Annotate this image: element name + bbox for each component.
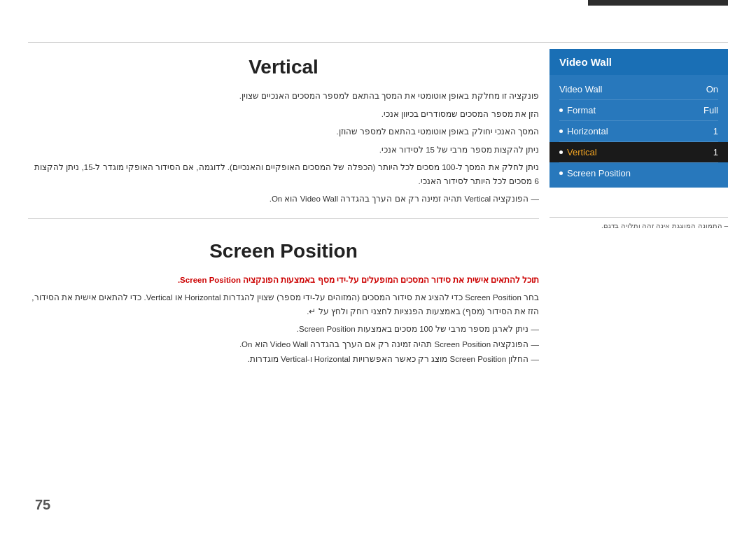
- section-divider: [28, 218, 539, 219]
- sidebar-label-screenposition: Screen Position: [559, 168, 631, 178]
- sidebar-label-format: Format: [559, 105, 596, 115]
- bullet-horizontal: [559, 129, 563, 133]
- sidebar-body: Video Wall On Format Full Horizontal 1: [550, 75, 728, 188]
- sidebar-row-screenposition[interactable]: Screen Position: [550, 163, 728, 183]
- screen-position-title: Screen Position: [28, 240, 539, 262]
- screen-pos-dash-3: — החלון Screen Position מוצג רק כאשר האפ…: [28, 353, 539, 365]
- vertical-para-1: פונקציה זו מחלקת באופן אוטומטי את המסך ב…: [28, 90, 539, 104]
- screen-pos-dash-1: — ניתן לארגן מספר מרבי של 100 מסכים באמצ…: [28, 323, 539, 335]
- sidebar-panel: Video Wall Video Wall On Format Full Hor…: [550, 49, 728, 188]
- vertical-para-2: הזן את מספר המסכים שמסודרים בכיוון אנכי.: [28, 108, 539, 122]
- screen-pos-dash-2: — הפונקציה Screen Position תהיה זמינה רק…: [28, 338, 539, 351]
- vertical-dash-line: — הפונקציה Vertical תהיה זמינה רק אם הער…: [28, 192, 539, 205]
- screen-position-intro: תוכל להתאים אישית את סידור המסכים המופעל…: [28, 274, 539, 288]
- sidebar-label-videowall: Video Wall: [559, 84, 602, 94]
- sidebar-header: Video Wall: [550, 49, 728, 75]
- sidebar-row-vertical[interactable]: Vertical 1: [550, 142, 728, 162]
- bullet-screenposition: [559, 171, 563, 175]
- screen-position-para2: בחר Screen Position כדי להציג את סידור ה…: [28, 291, 539, 318]
- main-content: Vertical פונקציה זו מחלקת באופן אוטומטי …: [28, 49, 539, 492]
- vertical-multi-para: ניתן לחלק את המסך ל-100 מסכים לכל היותר …: [28, 161, 539, 188]
- sidebar-value-format: Full: [704, 105, 718, 115]
- sidebar-value-horizontal: 1: [713, 126, 718, 136]
- sidebar-label-vertical: Vertical: [559, 147, 597, 157]
- sidebar-value-vertical: 1: [713, 147, 718, 157]
- vertical-para-3: המסך האנכי יחולק באופן אוטומטי בהתאם למס…: [28, 125, 539, 139]
- top-border: [28, 42, 728, 43]
- vertical-title: Vertical: [28, 56, 539, 78]
- page-number: 75: [35, 497, 50, 513]
- sidebar-row-horizontal[interactable]: Horizontal 1: [550, 121, 728, 141]
- sidebar-label-horizontal: Horizontal: [559, 126, 608, 136]
- bullet-format: [559, 108, 563, 112]
- sidebar-row-format[interactable]: Format Full: [550, 100, 728, 120]
- sidebar-value-videowall: On: [706, 84, 718, 94]
- bullet-vertical: [559, 150, 563, 154]
- vertical-para-4: ניתן להקצות מספר מרבי של 15 לסידור אנכי.: [28, 143, 539, 157]
- top-accent-bar: [588, 0, 728, 6]
- sidebar-row-videowall[interactable]: Video Wall On: [550, 79, 728, 99]
- sidebar-note: – התמונה המוצגת אינה זהה ותלויה בדגם.: [550, 217, 728, 230]
